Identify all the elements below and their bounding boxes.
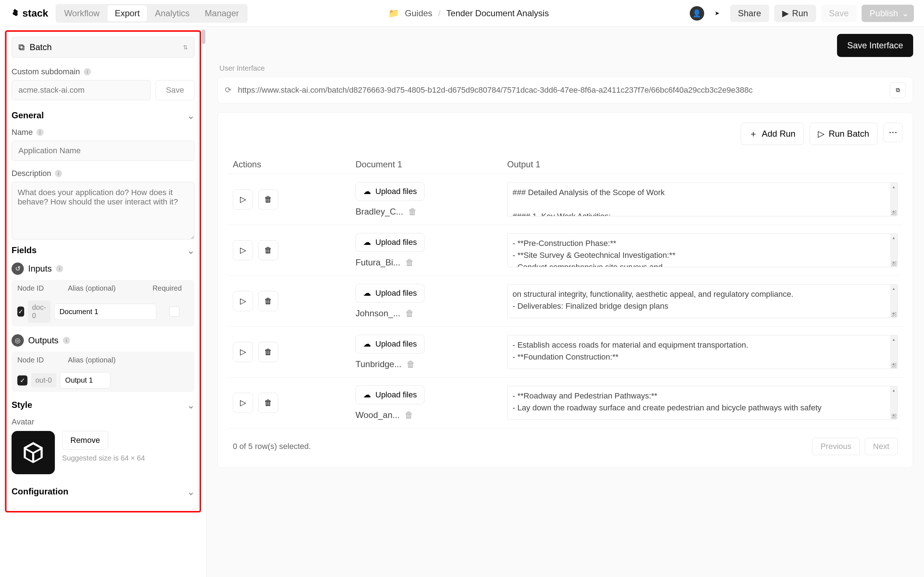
info-icon[interactable]: i <box>36 129 44 136</box>
input-node-id: doc-0 <box>28 300 50 323</box>
description-label: Descriptioni <box>11 169 195 178</box>
remove-file-button[interactable]: 🗑 <box>405 258 414 268</box>
upload-files-button[interactable]: ☁Upload files <box>355 385 425 404</box>
resize-handle[interactable] <box>892 312 897 317</box>
run-batch-button[interactable]: ▷Run Batch <box>809 122 877 145</box>
remove-file-button[interactable]: 🗑 <box>405 410 413 420</box>
sidebar-scrollbar[interactable] <box>202 29 205 44</box>
chevron-up-icon: ⌃ <box>187 110 195 121</box>
info-icon[interactable]: i <box>84 68 91 76</box>
interface-type-select[interactable]: ⧉ Batch ⇅ <box>11 37 195 58</box>
upload-files-button[interactable]: ☁Upload files <box>355 233 425 252</box>
cube-icon <box>21 440 46 465</box>
sidebar: ⧉ Batch ⇅ Custom subdomain i Save Genera… <box>0 27 207 577</box>
folder-icon: 📁 <box>388 8 399 18</box>
remove-file-button[interactable]: 🗑 <box>405 308 414 318</box>
tab-manager[interactable]: Manager <box>197 5 246 21</box>
chevron-down-icon: ⌄ <box>901 8 909 18</box>
play-outline-icon: ▷ <box>240 297 246 306</box>
row-play-button[interactable]: ▷ <box>233 393 253 413</box>
row-play-button[interactable]: ▷ <box>233 189 253 210</box>
remove-file-button[interactable]: 🗑 <box>408 206 417 217</box>
trash-icon: 🗑 <box>264 195 272 204</box>
upload-icon: ☁ <box>363 187 371 196</box>
inputs-icon: ↺ <box>11 263 24 275</box>
upload-files-button[interactable]: ☁Upload files <box>355 284 425 303</box>
resize-handle[interactable] <box>892 261 897 266</box>
row-delete-button[interactable]: 🗑 <box>258 240 278 260</box>
section-fields[interactable]: Fields⌃ <box>11 245 195 255</box>
copy-url-button[interactable]: ⧉ <box>890 82 906 98</box>
more-menu-button[interactable]: ⋯ <box>883 122 903 142</box>
subdomain-save-button[interactable]: Save <box>155 80 195 100</box>
section-general[interactable]: General⌃ <box>11 110 195 121</box>
name-input[interactable] <box>11 141 195 161</box>
section-configuration[interactable]: Configuration⌃ <box>11 487 195 496</box>
output-text[interactable]: - **Pre-Construction Phase:** - **Site S… <box>507 233 898 267</box>
section-style[interactable]: Style⌃ <box>11 400 195 410</box>
resize-handle[interactable] <box>892 414 897 419</box>
add-run-button[interactable]: ＋Add Run <box>741 122 804 145</box>
avatar-remove-button[interactable]: Remove <box>62 431 108 450</box>
next-button[interactable]: Next <box>865 438 898 455</box>
tab-export[interactable]: Export <box>108 5 147 21</box>
upload-files-button[interactable]: ☁Upload files <box>355 335 425 353</box>
subdomain-label: Custom subdomain i <box>11 67 195 76</box>
output-text[interactable]: on structural integrity, functionality, … <box>507 284 898 318</box>
resize-handle[interactable] <box>892 210 897 215</box>
output-text[interactable]: - **Roadway and Pedestrian Pathways:** -… <box>507 386 898 420</box>
info-icon[interactable]: i <box>56 265 63 272</box>
row-delete-button[interactable]: 🗑 <box>258 291 278 311</box>
remove-file-button[interactable]: 🗑 <box>406 359 415 369</box>
run-button[interactable]: ▶Run <box>774 5 816 22</box>
refresh-icon[interactable]: ⟳ <box>225 85 231 95</box>
row-delete-button[interactable]: 🗑 <box>258 189 278 210</box>
trash-icon: 🗑 <box>264 297 272 306</box>
previous-button[interactable]: Previous <box>812 438 860 455</box>
output-alias-field[interactable] <box>60 372 110 388</box>
chevron-up-icon: ⌃ <box>187 487 195 496</box>
row-delete-button[interactable]: 🗑 <box>258 342 278 362</box>
input-enabled-checkbox[interactable]: ✓ <box>17 306 24 317</box>
description-input[interactable] <box>11 182 195 239</box>
row-delete-button[interactable]: 🗑 <box>258 393 278 413</box>
outputs-header: ◎ Outputs i <box>11 334 195 347</box>
save-button[interactable]: Save <box>821 5 857 22</box>
upload-icon: ☁ <box>363 238 371 247</box>
select-chevron-icon: ⇅ <box>183 44 188 51</box>
upload-icon: ☁ <box>363 390 371 400</box>
subdomain-input[interactable] <box>11 80 150 100</box>
input-alias-field[interactable] <box>54 304 156 320</box>
tab-analytics[interactable]: Analytics <box>148 5 197 21</box>
breadcrumb-current: Tender Document Analysis <box>446 8 549 18</box>
col-output: Output 1 <box>507 160 898 169</box>
info-icon[interactable]: i <box>55 170 62 177</box>
save-interface-button[interactable]: Save Interface <box>837 34 913 57</box>
output-node-id: out-0 <box>31 373 56 387</box>
batch-panel: ＋Add Run ▷Run Batch ⋯ Actions Document 1… <box>217 112 913 468</box>
output-text[interactable]: ### Detailed Analysis of the Scope of Wo… <box>507 182 898 216</box>
row-play-button[interactable]: ▷ <box>233 291 253 311</box>
selection-status: 0 of 5 row(s) selected. <box>233 442 311 451</box>
file-name: Wood_an... <box>355 410 399 420</box>
row-play-button[interactable]: ▷ <box>233 240 253 260</box>
share-button[interactable]: Share <box>730 5 769 22</box>
output-enabled-checkbox[interactable]: ✓ <box>17 376 27 385</box>
chevron-up-icon: ⌃ <box>187 245 195 255</box>
user-avatar[interactable]: 👤 <box>690 6 704 21</box>
avatar-preview <box>11 431 55 474</box>
publish-button[interactable]: Publish⌄ <box>861 5 914 22</box>
col-document: Document 1 <box>355 160 507 169</box>
info-icon[interactable]: i <box>63 337 70 344</box>
row-play-button[interactable]: ▷ <box>233 342 253 362</box>
inputs-table: Node ID Alias (optional) Required ✓ doc-… <box>11 280 195 326</box>
input-required-checkbox[interactable] <box>169 306 179 317</box>
tab-workflow[interactable]: Workflow <box>57 5 107 21</box>
trash-icon: 🗑 <box>264 246 272 255</box>
cursor-icon[interactable]: ➤ <box>709 5 725 21</box>
upload-files-button[interactable]: ☁Upload files <box>355 182 425 201</box>
resize-handle[interactable] <box>892 363 897 368</box>
play-outline-icon: ▷ <box>240 195 246 204</box>
breadcrumb-root[interactable]: Guides <box>405 8 432 18</box>
output-text[interactable]: - Establish access roads for material an… <box>507 335 898 369</box>
